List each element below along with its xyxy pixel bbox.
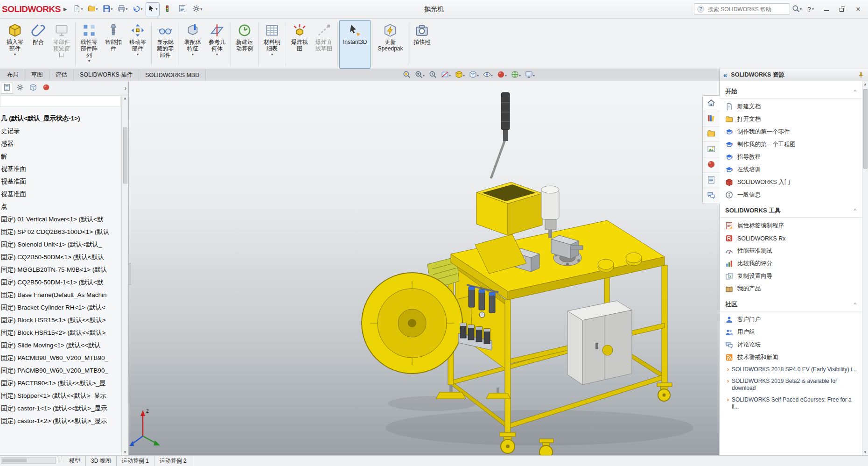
taskpane-link[interactable]: 复制设置向导 [720,270,862,282]
tree-item[interactable]: 固定) CQ2B50-50DM<1> (默认<默认 [1,251,121,263]
taskpane-link[interactable]: 技术警戒和新闻 [720,351,862,364]
file-explorer-tab[interactable] [703,127,720,142]
scroll-up-icon[interactable]: ▲ [863,82,867,86]
bill-of-materials-button[interactable]: 材料明细表▾ [260,20,284,69]
commandmanager-tab-3[interactable]: SOLIDWORKS 插件 [74,69,139,81]
help-button[interactable]: ? ▾ [804,3,818,15]
rebuild-button[interactable] [161,2,175,16]
section-view-button[interactable]: ▾ [440,70,452,80]
control-cabinet[interactable] [567,301,632,385]
save-button[interactable]: ▾ [101,2,115,16]
blower[interactable] [362,257,472,374]
mate-button[interactable]: 配合 [27,20,49,69]
document-tab-2[interactable]: 运动算例 1 [117,456,154,466]
assembly-model[interactable]: z [129,81,719,455]
linear-component-pattern-button[interactable]: 线性零部件阵列▾ [77,20,101,69]
design-library-tab[interactable] [703,111,720,127]
tree-item[interactable]: 固定) Block HSR15<1> (默认<<默认> [1,314,121,326]
section-header[interactable]: SOLIDWORKS 工具^ [720,201,862,218]
taskpane-link[interactable]: 属性标签编制程序 [720,219,862,232]
new-motion-study-button[interactable]: 新建运动算例 [232,20,257,69]
displaymanager-tab[interactable] [40,83,52,94]
tree-item[interactable]: 固定) Base Frame(Default_As Machin [1,289,121,301]
news-link[interactable]: ›SOLIDWORKS 2018 SP4.0 EV (Early Visibil… [720,364,862,375]
collapse-chevron-icon[interactable]: ^ [854,208,856,213]
scroll-thumb[interactable] [2,459,27,462]
apply-scene-button[interactable]: ▾ [510,70,522,80]
scroll-thumb[interactable] [863,89,868,169]
open-document-button[interactable]: ▾ [86,2,100,16]
taskpane-link[interactable]: 一般信息 [720,189,862,201]
taskpane-link[interactable]: 性能基准测试 [720,245,862,257]
tree-item[interactable]: 几 (默认<默认_显示状态-1>) [1,112,121,125]
taskpane-link[interactable]: 打开文档 [720,113,862,126]
tree-item[interactable]: 固定) PACTB90<1> (默认<<默认>_显 [1,377,121,389]
tree-item[interactable]: 固定) PACMB90_W60_V200_MTB90_ [1,364,121,377]
view-orientation-button[interactable]: ▾ [454,70,466,80]
section-header[interactable]: 社区^ [720,295,862,311]
custom-properties-tab[interactable] [703,173,720,188]
view-settings-button[interactable]: ▾ [524,70,536,80]
tree-item[interactable]: 固定) Stopper<1> (默认<<默认>_显示 [1,389,121,402]
document-tab-3[interactable]: 运动算例 2 [154,456,192,466]
tree-item[interactable]: 点 [1,200,121,213]
tree-item[interactable]: 解 [1,150,121,162]
collapse-chevron-icon[interactable]: ^ [854,89,856,94]
solidworks-forum-tab[interactable] [703,188,720,204]
document-tab-1[interactable]: 3D 视图 [86,456,117,466]
scroll-up-icon[interactable]: ▲ [123,96,127,100]
signal-tower[interactable] [491,92,510,178]
smart-fasteners-button[interactable]: 智能扣件 [101,20,126,69]
new-document-button[interactable]: ▾ [71,2,85,16]
tree-item[interactable]: 史记录 [1,125,121,137]
configurationmanager-tab[interactable] [27,83,39,94]
commandmanager-tab-1[interactable]: 草图 [25,69,49,81]
search-input[interactable] [707,6,787,13]
scroll-down-icon[interactable]: ▼ [123,450,127,454]
collapse-taskpane-icon[interactable]: « [723,71,727,79]
tree-item[interactable]: 固定) PACMB90_W60_V200_MTB90_ [1,352,121,364]
taskpane-link[interactable]: 指导教程 [720,151,862,163]
tree-scrollbar[interactable]: ▲ ▼ [121,95,128,455]
tree-item[interactable]: 视基准面 [1,188,121,200]
tree-item[interactable]: 固定) Bracket Cylinder RH<1> (默认< [1,301,121,314]
spindle-motor[interactable] [541,186,559,238]
panel-splitter-handle[interactable] [129,263,131,285]
move-component-button[interactable]: 移动零部件▾ [126,20,150,69]
document-tab-0[interactable]: 模型 [64,456,86,466]
minimize-button[interactable] [819,3,833,15]
tree-item[interactable]: 视基准面 [1,162,121,175]
section-header[interactable]: 开始^ [720,82,862,99]
pin-icon[interactable] [858,72,864,78]
commandmanager-tab-2[interactable]: 评估 [49,69,74,81]
taskpane-link[interactable]: SOLIDWORKS Rx [720,232,862,245]
horizontal-scrollbar[interactable] [1,457,56,464]
tree-item[interactable]: 固定) MGGLB20TN-75-M9B<1> (默认 [1,263,121,276]
taskpane-link[interactable]: SOLIDWORKS 入门 [720,176,862,189]
close-button[interactable]: × [851,3,865,15]
tree-item[interactable]: 固定) CQ2B50-50DM-1<1> (默认<默 [1,276,121,289]
taskpane-link[interactable]: 制作我的第一个工程图 [720,138,862,151]
collapse-chevron-icon[interactable]: ^ [854,302,856,307]
previous-view-button[interactable] [427,70,438,80]
select-button[interactable]: ▾ [146,2,160,16]
zoom-to-area-button[interactable]: ▾ [413,70,426,80]
taskpane-link[interactable]: 客户门户 [720,313,862,326]
tree-item[interactable]: 固定) Solenoid Unit<1> (默认<默认_ [1,238,121,251]
search-box[interactable]: ? [694,3,790,15]
exploded-view-button[interactable]: 爆炸视图 [287,20,312,69]
featuremanager-tab[interactable] [1,83,13,94]
print-button[interactable]: ▾ [116,2,130,16]
tree-item[interactable]: 固定) castor-1<1> (默认<<默认>_显示 [1,402,121,415]
front-leg[interactable] [505,300,511,432]
tree-item[interactable]: 固定) SP 02 CDQ2B63-100D<1> (默认 [1,226,121,238]
tree-item[interactable]: 视基准面 [1,175,121,188]
update-speedpak-button[interactable]: 更新Speedpak [374,20,406,69]
appearances-scenes-tab[interactable] [703,157,720,173]
instant3d-button[interactable]: Instant3D [339,20,371,69]
tree-item[interactable]: 固定) 01 Vertical Mover<1> (默认<默 [1,213,121,226]
commandmanager-tab-0[interactable]: 布局 [1,69,25,81]
solidworks-resources-tab[interactable] [703,96,720,111]
news-link[interactable]: ›SOLIDWORKS 2019 Beta2 is available for … [720,375,862,394]
reference-geometry-button[interactable]: 参考几何体▾ [205,20,229,69]
